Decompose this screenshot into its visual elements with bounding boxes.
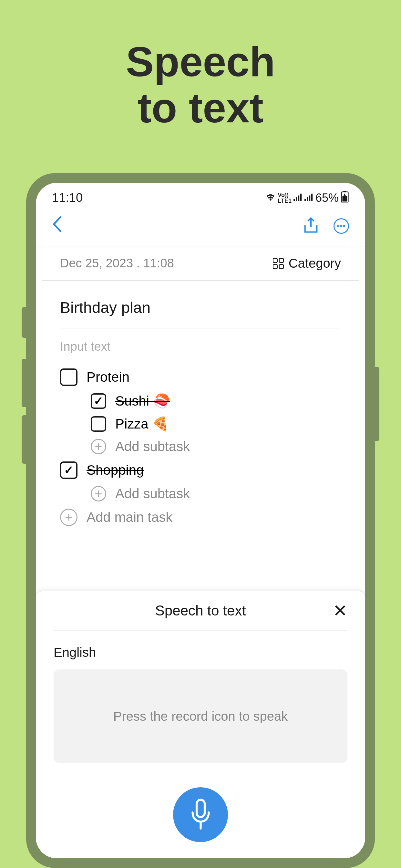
add-main-task-button[interactable]: + Add main task [60,505,341,530]
volte-icon: Vo))LTE1 [278,192,291,204]
svg-rect-5 [307,197,308,201]
add-subtask-button[interactable]: + Add subtask [60,483,341,505]
screen: 11:10 Vo))LTE1 65% [36,183,365,858]
svg-rect-6 [309,195,310,201]
status-icons: Vo))LTE1 65% [266,191,349,205]
signal-icon [294,192,303,204]
record-prompt-box: Press the record icon to speak [54,670,347,763]
task-label: Sushi 🍣 [115,393,170,409]
plus-icon: + [91,439,106,454]
checkbox-icon[interactable] [60,368,78,386]
marketing-title: Speech to text [126,39,275,131]
record-button[interactable] [173,787,228,842]
content-area: Birthday plan Input text Protein Sushi 🍣… [42,281,359,591]
add-label: Add subtask [115,486,190,501]
svg-rect-7 [311,193,312,200]
meta-row: Dec 25, 2023 . 11:08 Category [42,246,359,281]
category-button[interactable]: Category [273,256,341,271]
svg-rect-2 [298,195,299,201]
task-label: Protein [87,369,129,385]
close-button[interactable]: ✕ [333,600,347,621]
task-label: Shopping [87,462,144,478]
sheet-title: Speech to text [54,602,347,619]
language-selector[interactable]: English [54,645,347,660]
battery-icon [341,191,349,205]
speech-sheet: Speech to text ✕ English Press the recor… [36,591,365,858]
task-row[interactable]: Sushi 🍣 [60,390,341,412]
wifi-icon [266,192,276,204]
status-bar: 11:10 Vo))LTE1 65% [36,183,365,208]
checkbox-checked-icon[interactable] [60,461,78,479]
svg-rect-3 [300,193,302,200]
category-icon [273,258,284,269]
add-subtask-button[interactable]: + Add subtask [60,435,341,458]
task-row[interactable]: Pizza 🍕 [60,412,341,435]
svg-rect-0 [294,199,295,201]
microphone-icon [189,799,213,831]
plus-icon: + [91,486,106,501]
task-row[interactable]: Protein [60,365,341,390]
add-label: Add main task [87,509,173,525]
task-label: Pizza 🍕 [115,416,169,432]
checkbox-icon[interactable] [91,416,106,432]
input-label: Input text [60,329,341,362]
record-prompt-text: Press the record icon to speak [113,709,288,724]
timestamp: Dec 25, 2023 . 11:08 [60,256,174,270]
nav-bar: ••• [36,208,365,246]
share-button[interactable] [303,217,319,236]
more-button[interactable]: ••• [334,218,349,234]
task-row[interactable]: Shopping [60,458,341,483]
status-time: 11:10 [52,191,83,205]
svg-rect-4 [305,199,306,201]
device-frame: 11:10 Vo))LTE1 65% [26,173,375,868]
battery-text: 65% [315,191,339,205]
checkbox-checked-icon[interactable] [91,393,106,409]
plus-icon: + [60,508,78,526]
task-list: Protein Sushi 🍣 Pizza 🍕 + Add subtask Sh… [60,365,341,530]
category-label: Category [289,256,341,271]
back-button[interactable] [52,216,62,236]
signal-icon-2 [305,192,313,204]
add-label: Add subtask [115,439,190,454]
svg-rect-11 [197,800,205,817]
svg-rect-1 [296,197,297,201]
note-title[interactable]: Birthday plan [60,290,341,329]
